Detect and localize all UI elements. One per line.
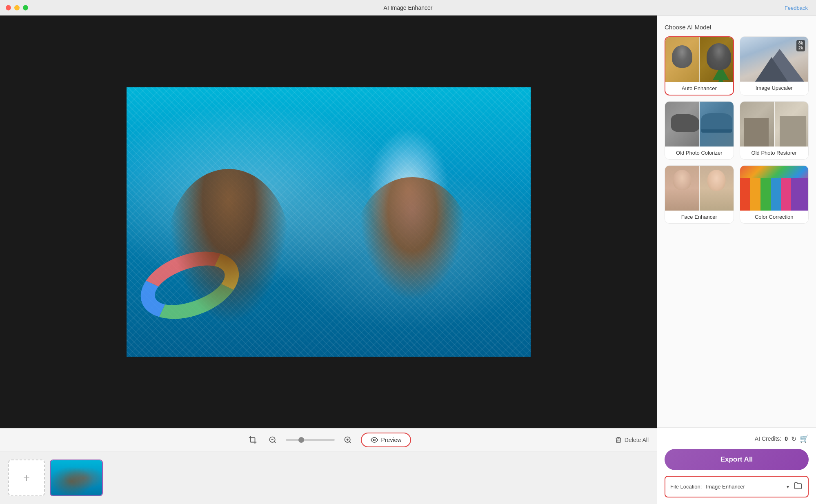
christmas-tree-icon <box>713 66 729 80</box>
credits-value: 0 <box>785 435 788 442</box>
toolbar: Preview Delete All <box>0 428 657 451</box>
thumbnail-strip: + <box>0 451 657 504</box>
model-selection-area: Choose AI Model Auto Enhancer <box>657 16 816 427</box>
image-viewer <box>0 16 657 428</box>
main-image <box>127 87 531 357</box>
restorer-image <box>740 102 809 147</box>
thumbnail-item[interactable] <box>50 460 103 496</box>
traffic-lights <box>6 5 28 10</box>
car-icon <box>701 113 732 129</box>
minimize-button[interactable] <box>14 5 20 10</box>
building-old-icon <box>744 118 769 147</box>
model-card-image-upscaler[interactable]: 8k2k Image Upscaler <box>740 36 809 95</box>
cart-icon[interactable]: 🛒 <box>800 434 809 443</box>
add-image-button[interactable]: + <box>8 460 45 496</box>
export-all-button[interactable]: Export All <box>665 449 809 470</box>
colorizer-label: Old Photo Colorizer <box>665 147 734 159</box>
maximize-button[interactable] <box>23 5 28 10</box>
auto-enhancer-image <box>665 37 733 82</box>
file-location-row: File Location: Image Enhancer Custom Loc… <box>665 476 809 497</box>
upscaler-badge: 8k2k <box>796 40 805 51</box>
color-correction-image <box>740 166 809 211</box>
delete-all-button[interactable]: Delete All <box>615 436 649 444</box>
file-location-label: File Location: <box>670 484 702 490</box>
app-title: AI Image Enhancer <box>384 4 433 11</box>
mountain-2-icon <box>755 57 788 82</box>
building-new-icon <box>780 116 806 147</box>
open-folder-button[interactable] <box>793 481 803 493</box>
section-title: Choose AI Model <box>665 24 809 31</box>
face-enhancer-image <box>665 166 734 211</box>
titlebar: AI Image Enhancer Feedback <box>0 0 816 16</box>
colorful-buildings-icon <box>740 178 809 211</box>
zoom-out-button[interactable] <box>266 433 279 446</box>
export-area: AI Credits: 0 ↻ 🛒 Export All File Locati… <box>657 427 816 504</box>
zoom-slider[interactable] <box>286 439 335 441</box>
upscaler-image: 8k2k <box>740 37 809 82</box>
face-enhancer-label: Face Enhancer <box>665 211 734 223</box>
restorer-label: Old Photo Restorer <box>740 147 809 159</box>
left-panel: Preview Delete All + <box>0 16 657 504</box>
upscaler-label: Image Upscaler <box>740 82 809 94</box>
refresh-icon[interactable]: ↻ <box>791 435 796 443</box>
svg-point-8 <box>373 439 375 441</box>
model-card-auto-enhancer[interactable]: Auto Enhancer <box>665 36 734 95</box>
model-card-old-photo-colorizer[interactable]: Old Photo Colorizer <box>665 101 734 160</box>
svg-rect-0 <box>250 437 255 442</box>
zoom-in-button[interactable] <box>341 433 354 446</box>
crop-tool-button[interactable] <box>246 433 260 447</box>
eye-icon <box>371 436 378 444</box>
colorizer-image <box>665 102 734 147</box>
child-figure-2 <box>355 177 469 308</box>
credits-row: AI Credits: 0 ↻ 🛒 <box>665 434 809 443</box>
svg-line-2 <box>274 441 276 443</box>
trash-icon <box>615 436 622 444</box>
model-card-face-enhancer[interactable]: Face Enhancer <box>665 165 734 224</box>
auto-enhancer-label: Auto Enhancer <box>665 82 733 95</box>
credits-label: AI Credits: <box>755 435 781 442</box>
child-figure-1 <box>167 169 290 324</box>
main-layout: Preview Delete All + <box>0 16 816 504</box>
model-card-color-correction[interactable]: Color Correction <box>740 165 809 224</box>
thumbnail-image <box>51 460 102 495</box>
color-correction-label: Color Correction <box>740 211 809 223</box>
close-button[interactable] <box>6 5 11 10</box>
preview-button[interactable]: Preview <box>361 433 411 447</box>
file-location-select-wrapper: Image Enhancer Custom Location Desktop D… <box>706 484 789 490</box>
feedback-link[interactable]: Feedback <box>785 4 808 11</box>
file-location-select[interactable]: Image Enhancer Custom Location Desktop D… <box>706 484 787 490</box>
folder-icon <box>794 482 802 490</box>
model-card-old-photo-restorer[interactable]: Old Photo Restorer <box>740 101 809 160</box>
zoom-slider-container <box>286 439 335 441</box>
right-panel: Choose AI Model Auto Enhancer <box>657 16 816 504</box>
svg-line-5 <box>349 441 351 443</box>
model-grid: Auto Enhancer 8k2k Image Upscaler <box>665 36 809 224</box>
chevron-down-icon: ▾ <box>787 484 789 490</box>
